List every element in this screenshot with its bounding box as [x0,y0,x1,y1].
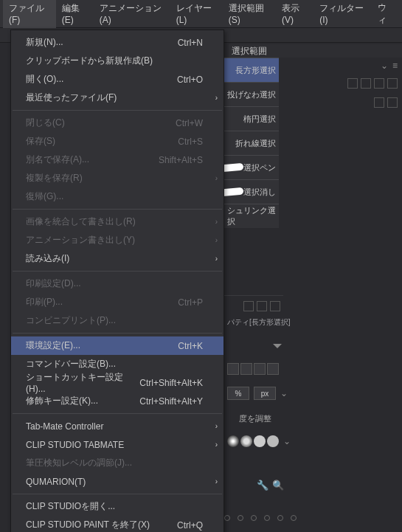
menu-item[interactable]: CLIP STUDIO PAINT を終了(X)Ctrl+Q [11,516,223,532]
menu-item-label: 開く(O)... [26,73,177,86]
tool-row[interactable]: 投げなわ選択 [224,82,279,106]
menu-item-label: クリップボードから新規作成(B) [26,55,203,67]
selection-tab-label: 選択範囲 [232,45,267,58]
tool-row[interactable]: 楕円選択 [224,106,279,131]
menubar-item[interactable]: アニメーション(A) [94,0,170,28]
page-dot[interactable] [291,515,297,521]
layer-tool-icon[interactable] [347,78,358,89]
menu-item-label: 最近使ったファイル(F) [26,91,203,104]
layer-tool-icon[interactable] [374,78,384,89]
chevron-down-icon: ⌄ [381,61,388,71]
tool-row[interactable]: シュリンク選択 [224,204,279,228]
menu-item-label: 複製を保存(R) [26,172,203,184]
tool-row[interactable]: 選択消し [224,179,279,204]
menubar-item[interactable]: ウィ [372,0,399,30]
chevron-right-icon: › [215,441,218,449]
menubar-item[interactable]: 選択範囲(S) [223,0,276,28]
page-dot[interactable] [224,515,230,521]
brush-preview-dot[interactable] [240,435,252,447]
chevron-right-icon: › [215,174,218,182]
layer-panel-toolbar [306,74,402,93]
lower-panel [224,295,283,316]
menu-item: 復帰(G)... [11,187,223,206]
menu-item[interactable]: 新規(N)...Ctrl+N [11,33,223,52]
layer-panel-options[interactable]: ⌄ ≡ [306,58,402,74]
menu-item-label: コマンドバー設定(B)... [26,358,203,370]
page-dot[interactable] [277,515,283,521]
sel-mode-icon[interactable] [240,363,252,375]
menu-item-shortcut: Ctrl+S [178,137,203,147]
menubar-item[interactable]: ファイル(F) [3,0,56,28]
chevron-right-icon: › [215,218,218,226]
menubar-item[interactable]: 編集(E) [56,0,94,28]
menubar-item[interactable]: 表示(V) [276,0,313,28]
page-dot[interactable] [251,515,257,521]
snap-row: 🔧 🔍 [257,480,283,491]
menu-item: 別名で保存(A)...Shift+Alt+S [11,151,223,169]
file-menu-dropdown: 新規(N)...Ctrl+Nクリップボードから新規作成(B)開く(O)...Ct… [10,30,224,532]
menu-item: 保存(S)Ctrl+S [11,132,223,151]
page-dot[interactable] [264,515,270,521]
menu-item-label: 別名で保存(A)... [26,153,159,166]
page-dot[interactable] [238,515,243,521]
layer-action-icon[interactable] [387,97,398,108]
unit-row: % px ⌄ [227,387,288,400]
wrench-icon[interactable]: 🔧 [257,480,268,491]
menu-item-label: 読み込み(I) [26,252,203,265]
add-icon[interactable] [243,301,254,311]
chevron-down-icon[interactable]: ⌄ [280,388,288,398]
menu-item-label: 印刷(P)... [26,296,178,308]
tool-strip: 長方形選択投げなわ選択楕円選択折れ線選択選択ペン選択消しシュリンク選択 [224,58,279,228]
tool-property-title: パティ[長方形選択] [227,317,291,328]
menu-item[interactable]: 開く(O)...Ctrl+O [11,70,223,89]
sel-mode-icon[interactable] [227,363,239,375]
download-icon[interactable] [257,301,267,311]
brush-preview-row: ⌄ [227,435,291,447]
menu-item[interactable]: 最近使ったファイル(F)› [11,89,223,107]
menu-item-shortcut: Ctrl+Shift+Alt+Y [139,396,203,407]
brush-preview-dot[interactable] [254,435,266,447]
menu-item[interactable]: 読み込み(I)› [11,249,223,268]
menu-item[interactable]: Tab-Mate Controller› [11,417,223,435]
menu-item[interactable]: 修飾キー設定(K)...Ctrl+Shift+Alt+Y [11,392,223,410]
tool-label: 選択ペン [243,162,276,173]
menu-item[interactable]: QUMARION(T)› [11,472,223,491]
menu-separator [13,209,222,210]
menu-item[interactable]: CLIP STUDIOを開く... [11,497,223,516]
menu-item-shortcut: Shift+Alt+S [159,155,203,165]
chevron-down-icon[interactable]: ⌄ [280,436,291,446]
tool-row[interactable]: 選択ペン [224,155,279,179]
menu-item: 印刷(P)...Ctrl+P [11,293,223,311]
tool-label: 投げなわ選択 [227,89,276,100]
px-dropdown[interactable]: px [254,387,276,400]
menu-item-label: 修飾キー設定(K)... [26,395,139,407]
trash-icon[interactable] [270,301,280,311]
menu-item-label: CLIP STUDIO TABMATE [26,440,203,450]
menu-item[interactable]: クリップボードから新規作成(B) [11,52,223,70]
chevron-right-icon: › [215,422,218,430]
selection-tab-header[interactable]: 選択範囲 [229,44,402,58]
menubar-item[interactable]: レイヤー(L) [170,0,223,28]
menu-item-label: 復帰(G)... [26,190,203,203]
property-collapse-icon[interactable] [273,344,282,351]
percent-dropdown[interactable]: % [227,387,249,400]
magnify-icon[interactable]: 🔍 [272,480,283,491]
layer-tool-icon[interactable] [387,78,398,89]
layer-tool-icon[interactable] [361,78,371,89]
menu-separator [13,494,222,494]
tool-row[interactable]: 折れ線選択 [224,131,279,155]
menubar-item[interactable]: フィルター(I) [313,0,372,28]
layer-panel: レイヤー ⌄ ≡ [306,43,402,532]
menu-item-label: 画像を統合して書き出し(R) [26,215,203,228]
brush-preview-dot[interactable] [227,435,239,447]
menu-item-shortcut: Ctrl+Shift+Alt+K [139,378,203,388]
brush-preview-dot[interactable] [267,435,279,447]
menu-item: コンビニプリント(P)... [11,311,223,330]
sel-mode-icon[interactable] [254,363,266,375]
menu-item[interactable]: CLIP STUDIO TABMATE› [11,435,223,454]
sel-mode-icon[interactable] [267,363,279,375]
menu-item[interactable]: 環境設定(E)...Ctrl+K [11,336,223,355]
menu-item[interactable]: ショートカットキー設定(H)...Ctrl+Shift+Alt+K [11,373,223,392]
tool-row[interactable]: 長方形選択 [224,58,279,82]
layer-action-icon[interactable] [374,97,384,108]
